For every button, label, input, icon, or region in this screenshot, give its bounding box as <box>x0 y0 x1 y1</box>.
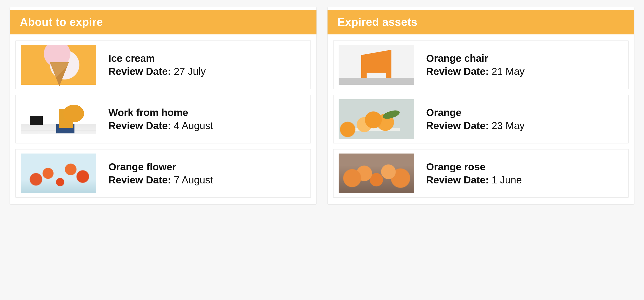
asset-card-text: Orange flower Review Date: 7 August <box>108 160 213 186</box>
review-date-label: Review Date: <box>108 66 174 77</box>
review-date-value: 7 August <box>174 174 213 185</box>
asset-card[interactable]: Ice cream Review Date: 27 July <box>15 40 311 89</box>
review-date-value: 27 July <box>174 66 206 77</box>
asset-card[interactable]: Work from home Review Date: 4 August <box>15 95 311 143</box>
review-date-value: 4 August <box>174 120 213 131</box>
asset-title: Ice cream <box>108 52 206 65</box>
asset-card-text: Orange rose Review Date: 1 June <box>426 160 522 186</box>
asset-title: Orange flower <box>108 160 213 173</box>
asset-review-line: Review Date: 23 May <box>426 119 525 132</box>
asset-thumbnail <box>21 154 96 193</box>
asset-card-text: Work from home Review Date: 4 August <box>108 106 213 132</box>
asset-card-text: Orange chair Review Date: 21 May <box>426 52 525 78</box>
asset-title: Orange <box>426 106 525 119</box>
asset-thumbnail <box>21 45 96 85</box>
asset-title: Orange chair <box>426 52 525 65</box>
asset-thumbnail <box>339 99 414 139</box>
asset-expiry-dashboard: About to expire Ice cream Review Date: 2… <box>0 0 644 212</box>
review-date-label: Review Date: <box>108 120 174 131</box>
asset-review-line: Review Date: 4 August <box>108 119 213 132</box>
panel-expired-assets: Expired assets Orange chair Review Date:… <box>327 7 634 205</box>
review-date-label: Review Date: <box>426 120 492 131</box>
asset-title: Orange rose <box>426 160 522 173</box>
asset-thumbnail <box>21 99 96 139</box>
asset-card[interactable]: Orange chair Review Date: 21 May <box>333 40 629 89</box>
review-date-value: 21 May <box>492 66 525 77</box>
asset-card-text: Orange Review Date: 23 May <box>426 106 525 132</box>
asset-review-line: Review Date: 27 July <box>108 65 206 78</box>
asset-title: Work from home <box>108 106 213 119</box>
asset-review-line: Review Date: 7 August <box>108 173 213 186</box>
asset-card[interactable]: Orange flower Review Date: 7 August <box>15 149 311 198</box>
panel-about-to-expire: About to expire Ice cream Review Date: 2… <box>10 7 317 205</box>
review-date-label: Review Date: <box>426 66 492 77</box>
review-date-value: 1 June <box>492 174 522 185</box>
panel-header: Expired assets <box>328 10 634 34</box>
asset-card-text: Ice cream Review Date: 27 July <box>108 52 206 78</box>
panel-body: Ice cream Review Date: 27 July Work from… <box>10 34 316 204</box>
asset-card[interactable]: Orange rose Review Date: 1 June <box>333 149 629 198</box>
review-date-label: Review Date: <box>108 174 174 185</box>
asset-thumbnail <box>339 154 414 193</box>
panel-body: Orange chair Review Date: 21 May Orange … <box>328 34 634 204</box>
asset-thumbnail <box>339 45 414 85</box>
asset-review-line: Review Date: 1 June <box>426 173 522 186</box>
asset-review-line: Review Date: 21 May <box>426 65 525 78</box>
panel-header: About to expire <box>10 10 316 34</box>
review-date-label: Review Date: <box>426 174 492 185</box>
review-date-value: 23 May <box>492 120 525 131</box>
asset-card[interactable]: Orange Review Date: 23 May <box>333 95 629 143</box>
